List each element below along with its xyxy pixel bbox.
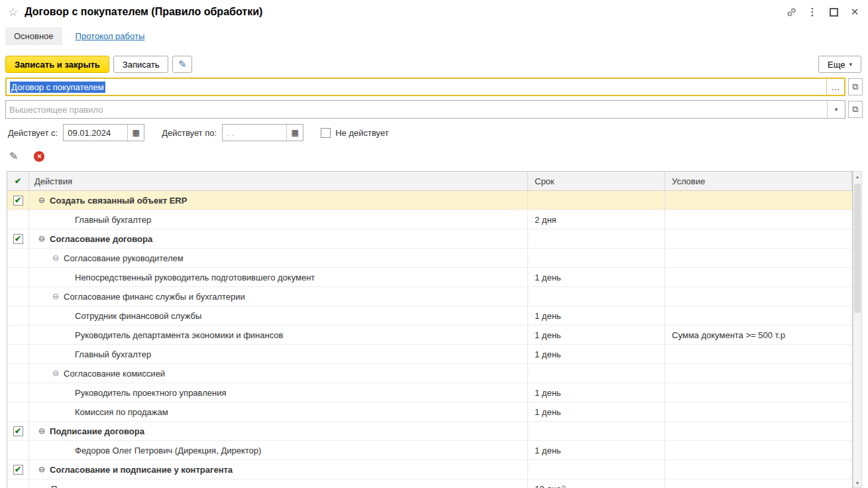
rule-name-input[interactable]: Договор с покупателем …	[5, 78, 845, 96]
ellipsis-button[interactable]: …	[826, 79, 844, 95]
action-label: Согласование комиссией	[64, 369, 165, 379]
row-check-cell: ✔	[7, 191, 29, 210]
term-cell: 2 дня	[528, 210, 665, 229]
table-row[interactable]: Непосредственный руководитель подготовив…	[7, 268, 852, 287]
collapse-icon[interactable]: ⊖	[52, 369, 59, 378]
action-label: П	[51, 484, 57, 488]
action-cell: ⊖Согласование и подписание у контрагента	[29, 460, 528, 479]
parent-rule-row: Вышестоящее правило ▾ ⧉	[5, 100, 863, 119]
collapse-icon[interactable]: ⊖	[52, 253, 59, 263]
table-row[interactable]: ⊖Согласование комиссией	[7, 364, 852, 383]
header-term[interactable]: Срок	[528, 172, 665, 190]
scroll-up-icon[interactable]: ▲	[853, 172, 861, 181]
get-link-icon[interactable]	[783, 4, 799, 20]
table-row[interactable]: ✔⊖Согласование и подписание у контрагент…	[7, 460, 852, 479]
table-row[interactable]: ✔⊖Подписание договора	[7, 422, 852, 441]
collapse-icon[interactable]: ⊖	[38, 465, 45, 474]
header-actions[interactable]: Действия	[29, 172, 528, 190]
action-cell: ⊖Подписание договора	[29, 422, 528, 440]
action-cell: ⊖Согласование договора	[29, 229, 528, 248]
check-icon: ✔	[15, 427, 21, 435]
rule-name-selected-text: Договор с покупателем	[10, 82, 105, 93]
term-cell: 1 день	[528, 268, 665, 286]
table-row[interactable]: Комиссия по продажам1 день	[7, 402, 852, 422]
table-row[interactable]: Федоров Олег Петрович (Дирекция, Директо…	[7, 441, 852, 460]
valid-from-input[interactable]: 09.01.2024	[64, 125, 127, 141]
action-label: Согласование руководителем	[64, 253, 184, 263]
row-checkbox[interactable]: ✔	[13, 196, 23, 206]
more-button[interactable]: Еще ▾	[818, 56, 861, 73]
table-row[interactable]: Главный бухгалтер2 дня	[7, 210, 852, 229]
open-form-button[interactable]: ⧉	[848, 78, 863, 95]
action-cell: ⊖Согласование руководителем	[29, 249, 528, 267]
parent-rule-open-button[interactable]: ⧉	[848, 101, 863, 118]
row-checkbox[interactable]: ✔	[13, 234, 23, 244]
collapse-icon[interactable]: ⊖	[38, 426, 45, 436]
action-cell: ⊖Согласование комиссией	[29, 364, 528, 383]
collapse-icon[interactable]: ⊖	[38, 196, 45, 205]
restore-window-icon[interactable]	[826, 4, 841, 20]
condition-cell	[665, 191, 852, 210]
delete-row-icon[interactable]: ✕	[34, 151, 44, 162]
edit-row-pencil-icon[interactable]: ✎	[9, 150, 18, 162]
condition-cell	[665, 364, 852, 383]
term-cell: 1 день	[528, 345, 665, 363]
scroll-down-icon[interactable]: ▼	[853, 478, 861, 487]
table-row[interactable]: ✔⊖Создать связанный объект ERP	[7, 191, 852, 210]
valid-to-calendar-icon[interactable]: ▦	[286, 125, 303, 141]
collapse-icon[interactable]: ⊖	[52, 292, 59, 301]
condition-cell	[665, 422, 852, 440]
table-row[interactable]: Сотрудник финансовой службы1 день	[7, 306, 852, 326]
term-cell	[528, 229, 665, 248]
collapse-icon[interactable]: ⊖	[38, 234, 45, 243]
rule-name-row: Договор с покупателем … ⧉	[5, 78, 863, 96]
row-check-cell: ✔	[7, 229, 29, 248]
condition-cell	[665, 306, 852, 325]
tab-main[interactable]: Основное	[5, 27, 62, 45]
titlebar: ☆ Договор с покупателем (Правило обработ…	[0, 0, 868, 24]
actions-table: ✔ Действия Срок Условие ✔⊖Создать связан…	[7, 171, 853, 488]
valid-from-calendar-icon[interactable]: ▦	[127, 125, 144, 141]
rule-name-value-wrap: Договор с покупателем	[7, 79, 826, 95]
save-button[interactable]: Записать	[113, 56, 169, 73]
favorite-star-icon[interactable]: ☆	[8, 5, 18, 19]
row-checkbox[interactable]: ✔	[13, 426, 23, 436]
table-row[interactable]: Руководитель проектного управления1 день	[7, 383, 852, 402]
kebab-menu-icon[interactable]: ⋮	[804, 4, 820, 20]
term-cell: 1 день	[528, 326, 665, 344]
table-row[interactable]: Руководитель департамента экономики и фи…	[7, 326, 852, 345]
condition-cell	[665, 441, 852, 459]
edit-pencil-button[interactable]: ✎	[172, 56, 192, 73]
table-row[interactable]: Главный бухгалтер1 день	[7, 345, 852, 364]
term-cell	[528, 191, 665, 210]
row-checkbox[interactable]: ✔	[13, 465, 23, 475]
term-cell	[528, 460, 665, 479]
action-label: Создать связанный объект ERP	[50, 196, 187, 206]
action-label: Согласование договора	[50, 234, 152, 244]
scrollbar-track[interactable]	[853, 181, 861, 478]
action-label: Федоров Олег Петрович (Дирекция, Директо…	[75, 446, 261, 456]
term-cell: 1 день	[528, 306, 665, 325]
header-condition[interactable]: Условие	[665, 172, 852, 190]
header-check-cell[interactable]: ✔	[7, 172, 29, 190]
term-cell: 1 день	[528, 441, 665, 459]
scrollbar-thumb[interactable]	[854, 184, 861, 313]
inactive-checkbox-label: Не действует	[335, 128, 389, 138]
save-and-close-button[interactable]: Записать и закрыть	[5, 56, 109, 73]
table-row[interactable]: ✔⊖Согласование договора	[7, 229, 852, 249]
table-row[interactable]: П10 дней	[7, 479, 852, 488]
term-cell	[528, 422, 665, 440]
inactive-checkbox[interactable]	[321, 128, 331, 138]
tab-work-protocol[interactable]: Протокол работы	[76, 31, 145, 41]
vertical-scrollbar[interactable]: ▲ ▼	[853, 171, 862, 488]
parent-rule-input[interactable]: Вышестоящее правило ▾	[5, 100, 845, 119]
table-body: ✔⊖Создать связанный объект ERPГлавный бу…	[7, 191, 852, 488]
condition-cell	[665, 345, 852, 363]
table-row[interactable]: ⊖Согласование руководителем	[7, 249, 852, 268]
parent-rule-dropdown-button[interactable]: ▾	[827, 101, 845, 118]
close-window-icon[interactable]: ✕	[847, 4, 863, 20]
check-icon: ✔	[15, 235, 21, 243]
table-row[interactable]: ⊖Согласование финанс службы и бухгалтери…	[7, 287, 852, 306]
action-cell: Федоров Олег Петрович (Дирекция, Директо…	[29, 441, 528, 459]
valid-to-input[interactable]: . .	[223, 125, 286, 141]
